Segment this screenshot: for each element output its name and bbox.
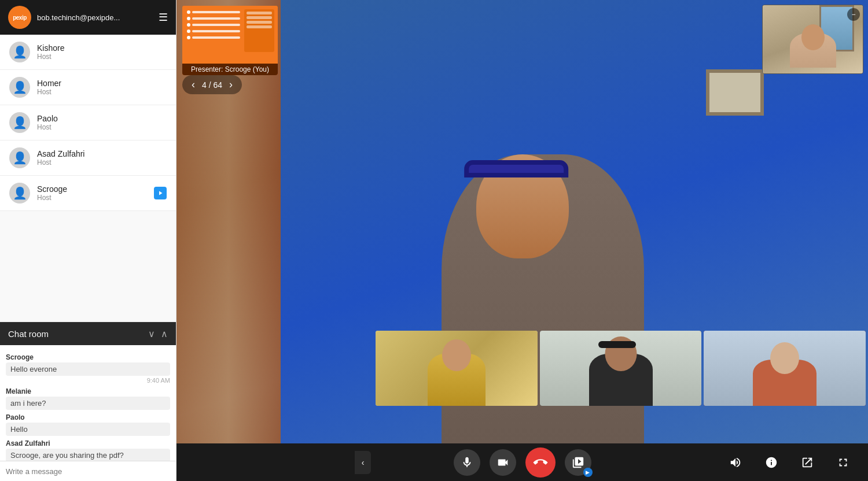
participant-avatar: 👤 <box>9 147 30 168</box>
slide-navigation: ‹ 4 / 64 › <box>182 75 242 94</box>
chat-message-sender: Paolo <box>6 413 170 421</box>
user-email: bob.techinch@pexipde... <box>37 13 153 22</box>
fullscreen-button[interactable] <box>830 449 856 476</box>
sidebar: pexip bob.techinch@pexipde... ☰ 👤Kishore… <box>0 0 176 481</box>
chat-message-text: am i here? <box>6 397 170 410</box>
chat-messages: ScroogeHello everone9:40 AMMelanieam i h… <box>0 345 176 461</box>
microphone-button[interactable] <box>454 449 480 476</box>
chat-message-sender: Scrooge <box>6 353 170 361</box>
chat-message-text: Scrooge, are you sharing the pdf? <box>6 449 170 461</box>
chat-message-sender: Asad Zulfahri <box>6 439 170 447</box>
chat-section: Chat room ∨ ∧ ScroogeHello everone9:40 A… <box>0 322 176 481</box>
participant-avatar: 👤 <box>9 77 30 98</box>
person-icon: 👤 <box>13 116 27 130</box>
chat-message-text: Hello <box>6 423 170 436</box>
bottom-toolbar: ‹ ▶ <box>176 443 868 481</box>
camera-button[interactable] <box>490 449 516 476</box>
toolbar-center: ▶ <box>454 447 591 478</box>
participant-name: Scrooge <box>37 184 67 194</box>
presentation-thumbnail[interactable]: Presenter: Scrooge (You) <box>182 6 278 75</box>
hamburger-icon[interactable]: ☰ <box>159 11 168 24</box>
participant-name: Paolo <box>37 114 58 123</box>
chat-collapse-icon[interactable]: ∨ <box>148 328 155 339</box>
participant-thumb-2 <box>540 331 702 406</box>
presenter-badge <box>154 187 167 199</box>
video-container: Presenter: Scrooge (You) ‹ 4 / 64 › − <box>176 0 868 443</box>
participant-avatar: 👤 <box>9 183 30 204</box>
chat-input-area <box>0 461 176 481</box>
participant-item: 👤ScroogeHost <box>0 176 176 211</box>
chat-message-text: Hello everone <box>6 362 170 376</box>
collapse-sidebar-button[interactable]: ‹ <box>355 451 371 474</box>
participants-list: 👤KishoreHost👤HomerHost👤PaoloHost👤Asad Zu… <box>0 35 176 322</box>
minimize-self-video-button[interactable]: − <box>847 8 860 21</box>
sidebar-header: pexip bob.techinch@pexipde... ☰ <box>0 0 176 35</box>
chat-expand-icon[interactable]: ∧ <box>161 328 168 339</box>
chat-title: Chat room <box>8 329 148 339</box>
chat-header[interactable]: Chat room ∨ ∧ <box>0 323 176 345</box>
participant-name: Homer <box>37 79 61 88</box>
present-button-badge: ▶ <box>583 468 593 477</box>
volume-button[interactable] <box>722 449 749 476</box>
next-slide-button[interactable]: › <box>227 77 235 92</box>
participant-name: Asad Zulfahri <box>37 149 84 158</box>
participant-thumb-3 <box>704 331 866 406</box>
share-button[interactable] <box>794 449 821 476</box>
participant-item: 👤KishoreHost <box>0 35 176 70</box>
info-button[interactable] <box>758 449 785 476</box>
participant-thumb-1 <box>376 331 538 406</box>
participant-item: 👤PaoloHost <box>0 105 176 140</box>
participant-avatar: 👤 <box>9 112 30 133</box>
person-icon: 👤 <box>13 80 27 94</box>
presenter-label: Presenter: Scrooge (You) <box>182 64 278 75</box>
present-button[interactable]: ▶ <box>565 449 591 476</box>
chat-input[interactable] <box>6 467 170 476</box>
slide-counter: 4 / 64 <box>202 80 222 90</box>
prev-slide-button[interactable]: ‹ <box>189 77 197 92</box>
participant-role: Host <box>37 123 58 131</box>
presentation-slide-preview <box>182 6 278 64</box>
end-call-button[interactable] <box>525 447 556 478</box>
participant-role: Host <box>37 158 84 166</box>
participant-item: 👤HomerHost <box>0 70 176 105</box>
main-area: Presenter: Scrooge (You) ‹ 4 / 64 › − <box>176 0 868 481</box>
person-icon: 👤 <box>13 45 27 59</box>
person-icon: 👤 <box>13 151 27 165</box>
toolbar-right <box>722 449 856 476</box>
person-icon: 👤 <box>13 186 27 200</box>
participant-item: 👤Asad ZulfahriHost <box>0 140 176 176</box>
participant-role: Host <box>37 194 67 202</box>
bottom-participants-strip <box>373 331 868 406</box>
chat-message-timestamp: 9:40 AM <box>6 377 170 384</box>
participant-avatar: 👤 <box>9 42 30 62</box>
self-video-thumbnail: − <box>762 5 863 74</box>
participant-role: Host <box>37 88 61 96</box>
chat-message-sender: Melanie <box>6 387 170 395</box>
participant-name: Kishore <box>37 43 64 53</box>
participant-role: Host <box>37 53 64 61</box>
pexip-logo: pexip <box>8 6 31 29</box>
